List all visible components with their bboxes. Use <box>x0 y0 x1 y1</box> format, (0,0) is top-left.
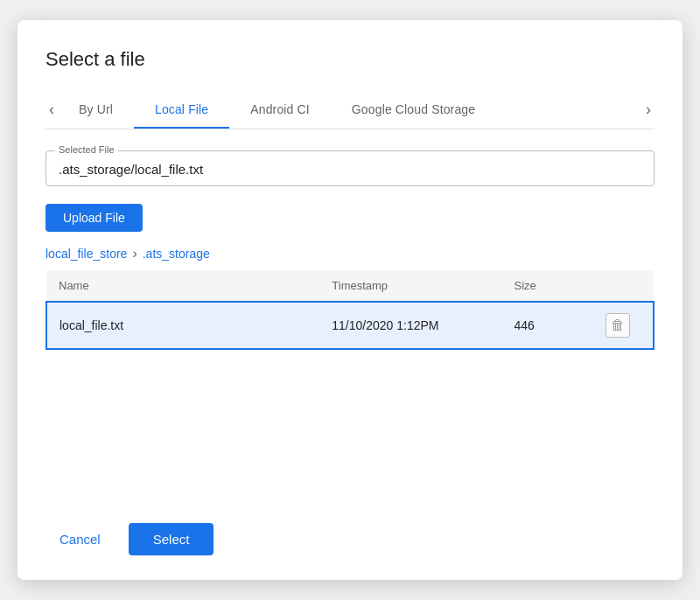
file-timestamp: 11/10/2020 1:12PM <box>319 302 501 349</box>
delete-icon[interactable]: 🗑 <box>606 313 630 338</box>
breadcrumb-separator: › <box>132 246 136 262</box>
table-row[interactable]: local_file.txt 11/10/2020 1:12PM 446 🗑 <box>46 302 654 349</box>
selected-file-label: Selected File <box>55 144 118 155</box>
dialog-footer: Cancel Select <box>46 502 654 555</box>
breadcrumb: local_file_store › .ats_storage <box>46 246 654 262</box>
selected-file-value: .ats_storage/local_file.txt <box>59 162 641 177</box>
upload-file-button[interactable]: Upload File <box>46 204 143 232</box>
file-name: local_file.txt <box>46 302 319 349</box>
select-button[interactable]: Select <box>129 523 214 555</box>
tab-google-cloud-storage[interactable]: Google Cloud Storage <box>331 92 496 129</box>
selected-file-field: Selected File .ats_storage/local_file.tx… <box>46 150 654 186</box>
col-header-action <box>593 270 654 302</box>
col-header-timestamp: Timestamp <box>319 270 501 302</box>
tabs-container: ‹ By Url Local File Android CI Google Cl… <box>46 92 654 129</box>
dialog-title: Select a file <box>46 48 654 71</box>
tab-prev-arrow[interactable]: ‹ <box>46 94 58 126</box>
breadcrumb-root[interactable]: local_file_store <box>46 247 127 261</box>
cancel-button[interactable]: Cancel <box>46 525 115 554</box>
select-file-dialog: Select a file ‹ By Url Local File Androi… <box>18 20 682 580</box>
table-header-row: Name Timestamp Size <box>46 270 654 302</box>
file-size: 446 <box>501 302 592 349</box>
tab-next-arrow[interactable]: › <box>642 94 654 126</box>
tab-local-file[interactable]: Local File <box>134 92 229 129</box>
file-table: Name Timestamp Size local_file.txt 11/10… <box>46 270 654 350</box>
col-header-size: Size <box>501 270 592 302</box>
col-header-name: Name <box>46 270 319 302</box>
content-area: Selected File .ats_storage/local_file.tx… <box>46 129 654 503</box>
breadcrumb-current[interactable]: .ats_storage <box>143 247 210 261</box>
tab-android-ci[interactable]: Android CI <box>229 92 331 129</box>
tabs-list: By Url Local File Android CI Google Clou… <box>58 92 642 129</box>
tab-by-url[interactable]: By Url <box>58 92 134 129</box>
file-delete-cell: 🗑 <box>593 302 654 349</box>
